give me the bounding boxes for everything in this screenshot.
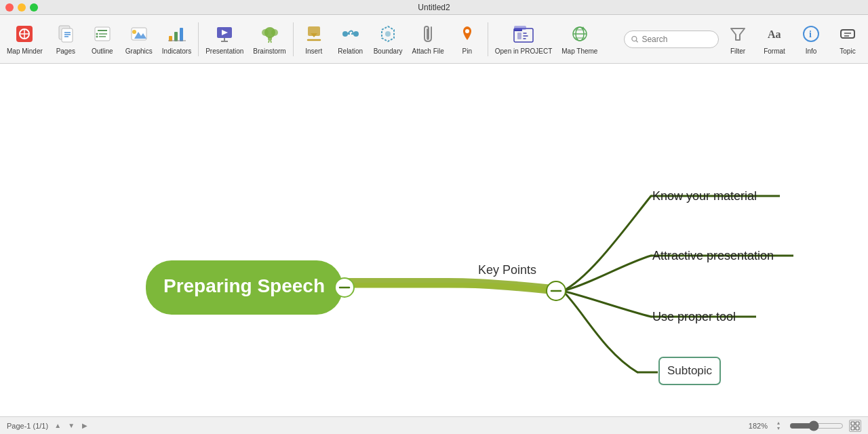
tool-label-presentation: Presentation [205,47,243,55]
child-node-attractive-presentation[interactable]: Attractive presentation [652,249,774,262]
status-bar: Page-1 (1/1) ▲ ▼ ▶ 182% [0,416,868,434]
toolbar: Map Minder Pages Outline [0,15,868,64]
tool-label-boundary: Boundary [374,47,403,55]
tool-presentation[interactable]: Presentation [201,18,248,61]
svg-marker-53 [731,28,745,40]
svg-line-31 [271,40,271,43]
status-nav: ▲ ▼ ▶ [52,420,90,431]
status-right: 182% [749,420,861,432]
svg-point-28 [271,29,278,36]
topic-icon [837,23,859,45]
svg-rect-44 [514,26,526,30]
tool-label-format: Format [764,47,785,55]
window-controls[interactable] [5,3,38,12]
title-bar: Untitled2 [0,0,868,15]
tool-map-minder[interactable]: Map Minder [3,18,47,61]
svg-point-51 [632,36,637,41]
tool-label-open-in-project: Open in PROJECT [495,47,552,55]
attach-file-icon [417,23,439,45]
tool-open-in-project[interactable]: Open in PROJECT [491,18,556,61]
child-node-use-proper-tool[interactable]: Use proper tool [652,310,736,323]
central-node-text: Preparing Speech [163,275,325,296]
sep3 [488,22,488,56]
grid-view-button[interactable] [849,420,861,432]
window-title: Untitled2 [418,3,450,12]
svg-rect-29 [268,37,272,40]
tool-boundary[interactable]: Boundary [370,18,407,61]
tool-pages[interactable]: Pages [48,18,83,61]
zoom-slider[interactable] [789,420,844,431]
pages-icon [55,23,77,45]
tool-relation[interactable]: Relation [333,18,368,61]
maximize-button[interactable] [30,3,38,12]
key-points-label: Key Points [478,263,536,277]
tool-topic[interactable]: Topic [830,18,865,61]
insert-icon [303,23,325,45]
tool-insert[interactable]: Insert [296,18,332,61]
tool-label-map-minder: Map Minder [7,47,43,55]
child-node-know-material[interactable]: Know your material [652,189,757,203]
svg-rect-43 [517,33,521,39]
close-button[interactable] [5,3,14,12]
format-icon: Aa [764,23,785,45]
svg-marker-67 [777,427,780,430]
nav-up-button[interactable]: ▲ [52,420,63,431]
svg-point-13 [96,33,98,35]
tool-indicators[interactable]: Indicators [158,18,195,61]
relation-icon [340,23,361,45]
status-left: Page-1 (1/1) ▲ ▼ ▶ [7,420,90,431]
tool-format[interactable]: Aa Format [757,18,792,61]
tool-label-insert: Insert [305,47,322,55]
tool-brainstorm[interactable]: Brainstorm [249,18,290,61]
search-icon [631,35,638,43]
filter-icon [727,23,749,45]
presentation-icon [214,23,235,45]
tool-label-topic: Topic [840,47,855,55]
minimize-button[interactable] [18,3,26,12]
search-box[interactable] [624,31,719,48]
svg-rect-71 [856,427,859,430]
tool-graphics[interactable]: Graphics [121,18,157,61]
tool-attach-file[interactable]: Attach File [408,18,448,61]
sep1 [198,22,199,56]
brainstorm-icon [259,23,281,45]
svg-point-40 [465,29,469,33]
tool-label-pin: Pin [462,47,472,55]
svg-rect-57 [841,30,854,38]
svg-point-27 [262,29,269,36]
tool-label-brainstorm: Brainstorm [253,47,285,55]
nav-down-button[interactable]: ▼ [66,420,77,431]
tool-label-indicators: Indicators [162,47,191,55]
tool-label-filter: Filter [730,47,745,55]
tool-info[interactable]: i Info [793,18,829,61]
tool-label-graphics: Graphics [125,47,153,55]
zoom-level: 182% [749,422,768,430]
svg-point-36 [353,31,359,37]
tool-pin[interactable]: Pin [450,18,485,61]
svg-rect-70 [851,427,854,430]
tool-label-relation: Relation [338,47,363,55]
info-icon: i [800,23,822,45]
outline-icon [92,23,113,45]
svg-line-52 [636,40,638,42]
svg-rect-20 [180,28,183,41]
map-theme-icon [569,23,591,45]
search-input[interactable] [642,35,711,44]
tool-map-theme[interactable]: Map Theme [557,18,601,61]
page-info: Page-1 (1/1) [7,422,48,430]
map-minder-icon [14,23,35,45]
tool-filter[interactable]: Filter [720,18,755,61]
zoom-adjust-icon[interactable] [773,420,784,431]
tool-label-info: Info [806,47,817,55]
canvas[interactable]: Preparing Speech Key Points Know your ma… [0,64,868,416]
svg-line-30 [269,40,269,43]
tool-label-attach-file: Attach File [412,47,444,55]
tool-outline[interactable]: Outline [85,18,120,61]
svg-rect-5 [62,28,73,42]
tool-label-pages: Pages [56,47,75,55]
svg-point-17 [132,30,136,34]
svg-text:i: i [809,29,812,39]
nav-next-button[interactable]: ▶ [79,420,90,431]
indicators-icon [166,23,188,45]
graphics-icon [128,23,150,45]
